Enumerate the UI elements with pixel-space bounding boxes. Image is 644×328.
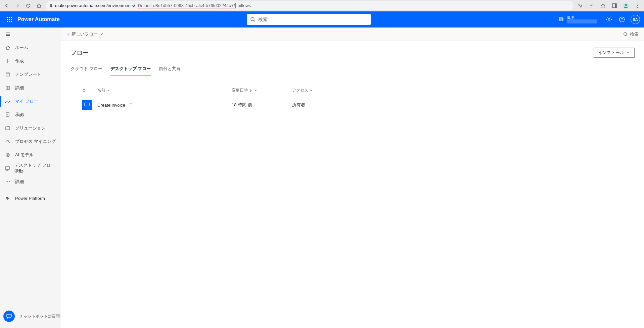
global-search[interactable]: [247, 14, 371, 25]
svg-rect-32: [7, 314, 11, 317]
svg-point-14: [7, 21, 8, 22]
svg-point-21: [622, 20, 622, 21]
col-select[interactable]: [71, 88, 97, 93]
activity-icon: [5, 166, 10, 171]
svg-point-6: [637, 5, 638, 6]
profile-icon[interactable]: [622, 2, 630, 10]
table-row[interactable]: Create invoice 18 時間 前 所有者: [71, 95, 635, 115]
search-input[interactable]: [258, 17, 368, 22]
star-icon[interactable]: [599, 2, 607, 10]
col-access[interactable]: アクセス: [292, 88, 359, 93]
col-modified[interactable]: 変更日時: [232, 88, 292, 93]
sidebar-item-create[interactable]: 作成: [0, 54, 61, 68]
svg-point-27: [7, 154, 8, 156]
table-header: 名前 変更日時 アクセス: [71, 86, 635, 95]
hamburger-icon: [5, 32, 11, 37]
chevron-down-icon: [254, 89, 257, 92]
sidebar-label: Power Platform: [15, 196, 45, 201]
plus-icon: [5, 58, 11, 64]
main-content: + 新しいフロー 検索 フロー インストール クラウド フロー デスクトップ フ…: [61, 28, 644, 328]
svg-rect-28: [5, 167, 9, 169]
svg-point-23: [9, 101, 10, 102]
svg-point-10: [11, 17, 12, 18]
desktop-flow-icon: [82, 100, 92, 110]
sidebar-item-home[interactable]: ホーム: [0, 41, 61, 54]
svg-point-17: [251, 17, 254, 21]
command-search[interactable]: 検索: [623, 31, 639, 37]
sidebar-label: ホーム: [15, 45, 28, 51]
share-icon[interactable]: [588, 2, 596, 10]
svg-rect-0: [50, 5, 52, 7]
svg-point-29: [6, 181, 7, 182]
svg-point-4: [625, 4, 627, 6]
flow-modified: 18 時間 前: [232, 102, 292, 108]
sidebar-item-processmining[interactable]: プロセス マイニング: [0, 135, 61, 148]
sidebar-item-aimodels[interactable]: AI モデル: [0, 148, 61, 162]
sort-icon: [82, 88, 86, 93]
svg-rect-25: [6, 127, 10, 130]
translate-icon[interactable]: [576, 2, 584, 10]
address-bar[interactable]: make.powerautomate.com/environments/Defa…: [46, 1, 573, 10]
sidebar-item-templates[interactable]: テンプレート: [0, 68, 61, 81]
svg-point-22: [5, 102, 6, 103]
command-search-label: 検索: [630, 31, 639, 37]
plus-icon: +: [66, 31, 70, 37]
solution-icon: [5, 125, 11, 131]
sidebar-item-approvals[interactable]: 承認: [0, 108, 61, 121]
svg-point-8: [7, 17, 8, 18]
svg-point-19: [608, 19, 610, 20]
panel-icon[interactable]: [610, 2, 618, 10]
sidebar-label: 詳細: [15, 179, 24, 185]
sidebar-label: デスクトップ フロー活動: [14, 162, 56, 174]
svg-point-16: [11, 21, 12, 22]
reload-button[interactable]: [24, 2, 32, 10]
svg-point-18: [559, 17, 563, 19]
environment-picker[interactable]: 環境: [558, 15, 597, 23]
separator: [0, 190, 61, 190]
svg-point-26: [6, 153, 9, 157]
sidebar-label: ソリューション: [15, 125, 46, 131]
tab-cloud-flows[interactable]: クラウド フロー: [71, 64, 102, 75]
app-title[interactable]: Power Automate: [17, 16, 60, 22]
flow-name[interactable]: Create invoice: [97, 103, 125, 108]
sidebar-item-desktopactivity[interactable]: デスクトップ フロー活動: [0, 162, 61, 175]
sidebar-item-powerplatform[interactable]: Power Platform: [0, 192, 61, 205]
sidebar-item-learn[interactable]: 詳細: [0, 81, 61, 95]
env-name-redacted: [567, 19, 597, 23]
chatbot-button[interactable]: [3, 311, 15, 322]
install-button[interactable]: インストール: [594, 48, 635, 58]
chat-icon: [6, 313, 12, 319]
sidebar-item-solutions[interactable]: ソリューション: [0, 121, 61, 135]
col-name[interactable]: 名前: [97, 88, 232, 93]
lock-icon: [49, 4, 53, 8]
back-button[interactable]: [3, 2, 11, 10]
user-avatar[interactable]: SA: [631, 15, 640, 24]
new-flow-button[interactable]: + 新しいフロー: [66, 31, 104, 37]
svg-point-7: [637, 7, 638, 8]
more-icon[interactable]: [633, 2, 641, 10]
app-launcher[interactable]: [4, 14, 15, 25]
sidebar-item-more[interactable]: 詳細: [0, 175, 61, 188]
sidebar-label: AI モデル: [15, 152, 34, 158]
chevron-down-icon: [626, 51, 630, 55]
home-button[interactable]: [35, 2, 43, 10]
settings-icon[interactable]: [605, 15, 613, 23]
ellipsis-icon: [5, 179, 11, 184]
search-icon: [250, 17, 256, 22]
flows-table: 名前 変更日時 アクセス: [71, 86, 635, 115]
chevron-down-icon: [100, 32, 104, 36]
tab-shared[interactable]: 自分と共有: [159, 64, 181, 75]
chatbot-label[interactable]: チャットボットに質問: [19, 314, 60, 319]
sidebar-label: テンプレート: [15, 71, 41, 77]
environment-icon: [558, 16, 564, 22]
approval-icon: [5, 112, 11, 117]
powerplatform-icon: [5, 196, 11, 201]
sidebar-hamburger[interactable]: [0, 28, 61, 41]
svg-point-11: [7, 19, 8, 20]
tab-desktop-flows[interactable]: デスクトップ フロー: [110, 64, 151, 75]
help-icon[interactable]: [618, 15, 626, 23]
sidebar-label: マイ フロー: [15, 98, 38, 104]
svg-rect-34: [85, 103, 89, 106]
sidebar-item-myflows[interactable]: マイ フロー: [0, 95, 61, 108]
forward-button[interactable]: [13, 2, 21, 10]
